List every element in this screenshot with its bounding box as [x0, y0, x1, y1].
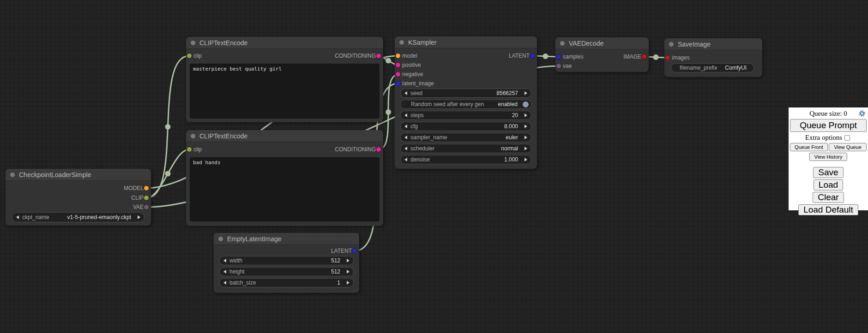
decrement-arrow-icon[interactable]	[404, 113, 407, 117]
output-slot-vae[interactable]: VAE	[133, 202, 151, 212]
node-title-bar[interactable]: VAEDecode	[555, 37, 649, 49]
input-slot-positive[interactable]: positive	[395, 60, 421, 70]
image-slot-icon[interactable]	[665, 55, 670, 60]
queue-front-button[interactable]: Queue Front	[790, 143, 828, 151]
negative-prompt-textarea[interactable]: bad hands	[190, 157, 380, 221]
sampler-name-widget[interactable]: sampler_name euler	[400, 133, 531, 142]
collapse-dot-icon[interactable]	[191, 41, 195, 45]
link-dot[interactable]	[386, 109, 391, 115]
node-title-bar[interactable]: KSampler	[395, 36, 537, 48]
denoise-widget[interactable]: denoise 1.000	[400, 155, 531, 164]
seed-widget[interactable]: seed 8566257	[400, 89, 531, 98]
latent-slot-icon[interactable]	[396, 81, 400, 86]
latent-slot-icon[interactable]	[352, 249, 357, 253]
increment-arrow-icon[interactable]	[524, 147, 527, 150]
settings-gear-icon[interactable]	[858, 110, 866, 119]
positive-prompt-textarea[interactable]: masterpiece best quality girl	[190, 64, 380, 119]
link-dot[interactable]	[653, 54, 659, 60]
decrement-arrow-icon[interactable]	[404, 91, 407, 95]
conditioning-slot-icon[interactable]	[376, 147, 381, 152]
decrement-arrow-icon[interactable]	[404, 147, 407, 150]
extra-options-checkbox[interactable]	[844, 135, 850, 141]
clip-slot-icon[interactable]	[144, 196, 149, 200]
output-slot-latent[interactable]: LATENT	[509, 51, 537, 60]
increment-arrow-icon[interactable]	[524, 91, 527, 95]
latent-slot-icon[interactable]	[556, 54, 561, 59]
vae-slot-icon[interactable]	[144, 205, 149, 209]
node-clip-text-encode-positive[interactable]: CLIPTextEncode clip CONDITIONING masterp…	[186, 37, 383, 122]
input-slot-clip[interactable]: clip	[186, 51, 202, 60]
clear-button[interactable]: Clear	[813, 192, 844, 203]
increment-arrow-icon[interactable]	[524, 158, 527, 161]
link-dot[interactable]	[165, 171, 171, 177]
output-slot-model[interactable]: MODEL	[124, 184, 151, 193]
node-vae-decode[interactable]: VAEDecode samples vae IMAGE	[555, 37, 649, 72]
scheduler-widget[interactable]: scheduler normal	[400, 144, 531, 153]
increment-arrow-icon[interactable]	[347, 281, 350, 285]
increment-arrow-icon[interactable]	[524, 136, 527, 139]
collapse-dot-icon[interactable]	[10, 172, 15, 177]
input-slot-negative[interactable]: negative	[395, 70, 423, 79]
collapse-dot-icon[interactable]	[399, 40, 404, 45]
save-button[interactable]: Save	[813, 167, 843, 178]
node-ksampler[interactable]: KSampler model positive negative latent_…	[395, 36, 537, 169]
collapse-dot-icon[interactable]	[191, 134, 195, 138]
view-queue-button[interactable]: View Queue	[829, 143, 867, 151]
node-title-bar[interactable]: CLIPTextEncode	[186, 130, 383, 142]
output-slot-conditioning[interactable]: CONDITIONING	[335, 51, 383, 60]
output-slot-latent[interactable]: LATENT	[331, 246, 359, 256]
increment-arrow-icon[interactable]	[138, 215, 140, 219]
conditioning-slot-icon[interactable]	[396, 72, 400, 77]
collapse-dot-icon[interactable]	[218, 237, 223, 241]
collapse-dot-icon[interactable]	[669, 42, 674, 47]
conditioning-slot-icon[interactable]	[396, 63, 400, 67]
link-dot[interactable]	[543, 54, 549, 59]
steps-widget[interactable]: steps 20	[400, 111, 531, 120]
clip-slot-icon[interactable]	[187, 54, 192, 58]
image-slot-icon[interactable]	[642, 54, 646, 59]
node-clip-text-encode-negative[interactable]: CLIPTextEncode clip CONDITIONING bad han…	[186, 130, 383, 226]
ckpt-name-widget[interactable]: ckpt_name v1-5-pruned-emaonly.ckpt	[12, 212, 145, 222]
node-checkpoint-loader[interactable]: CheckpointLoaderSimple MODEL CLIP VAE ck…	[6, 169, 151, 226]
link-dot[interactable]	[386, 58, 391, 64]
load-button[interactable]: Load	[814, 179, 843, 190]
increment-arrow-icon[interactable]	[347, 259, 350, 262]
decrement-arrow-icon[interactable]	[223, 259, 226, 262]
filename-prefix-widget[interactable]: filename_prefix ComfyUI	[671, 63, 754, 72]
comfyui-canvas[interactable]: { "colors": { "wire": "#a9bfa1", "slot_m…	[0, 0, 868, 333]
input-slot-samples[interactable]: samples	[555, 52, 584, 61]
height-widget[interactable]: height 512	[219, 267, 354, 276]
increment-arrow-icon[interactable]	[524, 125, 527, 128]
input-slot-clip[interactable]: clip	[186, 145, 202, 154]
toggle-on-icon[interactable]	[523, 101, 529, 107]
model-slot-icon[interactable]	[396, 54, 400, 58]
collapse-dot-icon[interactable]	[560, 41, 565, 46]
decrement-arrow-icon[interactable]	[404, 136, 407, 139]
batch-size-widget[interactable]: batch_size 1	[219, 278, 354, 287]
output-slot-conditioning[interactable]: CONDITIONING	[335, 145, 383, 154]
width-widget[interactable]: width 512	[219, 256, 354, 265]
increment-arrow-icon[interactable]	[524, 113, 527, 117]
node-save-image[interactable]: SaveImage images filename_prefix ComfyUI	[664, 38, 762, 77]
decrement-arrow-icon[interactable]	[223, 281, 226, 285]
decrement-arrow-icon[interactable]	[404, 158, 407, 161]
random-seed-toggle[interactable]: Random seed after every gen enabled	[400, 100, 531, 109]
node-title-bar[interactable]: EmptyLatentImage	[214, 233, 359, 245]
output-slot-image[interactable]: IMAGE	[623, 52, 649, 61]
load-default-button[interactable]: Load Default	[798, 204, 858, 215]
latent-slot-icon[interactable]	[530, 54, 535, 58]
increment-arrow-icon[interactable]	[347, 270, 350, 274]
queue-prompt-button[interactable]: Queue Prompt	[790, 119, 867, 132]
input-slot-vae[interactable]: vae	[555, 61, 572, 71]
input-slot-latent-image[interactable]: latent_image	[395, 79, 434, 88]
node-empty-latent-image[interactable]: EmptyLatentImage LATENT width 512 height…	[214, 233, 359, 293]
input-slot-images[interactable]: images	[664, 53, 690, 62]
model-slot-icon[interactable]	[144, 186, 149, 190]
output-slot-clip[interactable]: CLIP	[131, 193, 151, 202]
conditioning-slot-icon[interactable]	[376, 54, 381, 58]
link-dot[interactable]	[165, 124, 171, 130]
input-slot-model[interactable]: model	[395, 51, 417, 60]
decrement-arrow-icon[interactable]	[404, 125, 407, 128]
decrement-arrow-icon[interactable]	[16, 215, 19, 219]
view-history-button[interactable]: View History	[809, 153, 848, 161]
